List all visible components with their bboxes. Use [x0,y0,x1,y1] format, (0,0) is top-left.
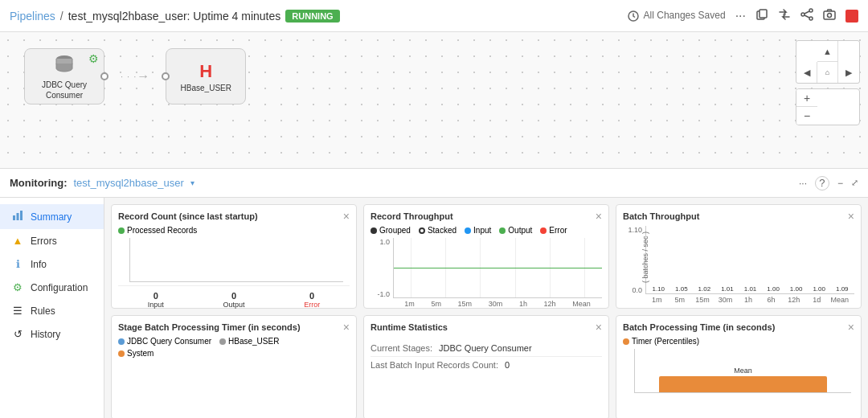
stop-button[interactable] [845,10,858,23]
batch-x-label-6: 12h [783,296,805,304]
monitoring-dropdown-icon[interactable]: ▾ [190,178,194,187]
sidebar-item-info[interactable]: ℹ Info [0,252,104,276]
monitoring-actions: ··· ? − ⤢ [799,176,858,191]
pan-controls: ▲ ◀ ⌂ ▶ [796,40,860,84]
sidebar-item-configuration[interactable]: ⚙ Configuration [0,276,104,299]
batch-bar-col-1: 1.05 [671,285,693,293]
pan-home-button[interactable]: ⌂ [817,62,838,83]
monitoring-minimize-icon[interactable]: − [837,178,843,189]
info-icon: ℹ [11,258,24,270]
batch-x-label-1: 5m [668,296,690,304]
batch-bar-col-7: 1.00 [809,285,830,293]
stage-batch-title: Stage Batch Processing Timer (in seconds… [118,322,350,332]
jdbc-dot [118,338,125,345]
node2-input-port [162,72,170,80]
svg-rect-11 [13,215,15,220]
processed-records-dot [118,227,125,234]
batch-y-axis-label: ( batches / sec ) [641,232,649,283]
stacked-label: Stacked [428,226,457,235]
bar-value-0: 1.10 [652,285,665,293]
sidebar-item-rules[interactable]: ☰ Rules [0,299,104,322]
breadcrumb-separator: / [60,10,63,23]
monitoring-pipeline-link[interactable]: test_mysql2hbase_user [73,177,183,189]
x-5m: 5m [431,300,441,308]
monitoring-help-icon[interactable]: ? [815,176,829,191]
sidebar-item-errors[interactable]: ▲ Errors [0,229,104,252]
pan-up-button[interactable]: ▲ [817,41,838,62]
record-count-legend: Processed Records [118,226,350,235]
bar-value-1: 1.05 [675,285,688,293]
batch-x-label-3: 30m [714,296,736,304]
batch-bar-col-8: 1.09 [832,285,854,293]
pipeline-canvas[interactable]: ⚙ JDBC QueryConsumer · · · → H HBase_USE… [0,32,868,169]
zoom-out-button[interactable]: − [796,107,817,125]
output-legend: Output [499,226,532,235]
y-top-label: 1.0 [379,238,390,246]
monitoring-bar: Monitoring: test_mysql2hbase_user ▾ ··· … [0,169,868,198]
runtime-stats-close[interactable]: × [596,321,602,334]
mean-bar-col: Mean [638,367,848,392]
error-stat: 0 Error [304,291,320,309]
shuffle-icon[interactable] [778,8,791,24]
y-axis-labels: 1.0 -1.0 [371,238,393,298]
timer-dot [623,338,629,345]
stage-batch-legend: JDBC Query Consumer HBase_USER [118,337,350,346]
processed-records-label: Processed Records [127,226,197,235]
jdbc-query-consumer-node[interactable]: ⚙ JDBC QueryConsumer [24,48,104,104]
sidebar-item-summary[interactable]: Summary [0,204,104,229]
saved-text: All Changes Saved [644,10,726,21]
arrow-dots: · · · [121,72,137,81]
monitoring-expand-icon[interactable]: ⤢ [851,178,858,188]
last-batch-value: 0 [505,360,510,370]
summary-icon [11,210,24,223]
batch-bar-col-5: 1.00 [763,285,784,293]
batch-bar-col-6: 1.00 [785,285,807,293]
pan-right-button[interactable]: ▶ [838,62,859,83]
bar-value-3: 1.01 [721,285,734,293]
batch-x-label-7: 1d [805,296,828,304]
batch-processing-bars: Mean [634,349,851,393]
hbase-user-node[interactable]: H HBase_USER [166,48,246,104]
record-throughput-chart: Record Throughput × Grouped Stacked Inpu… [363,204,609,309]
db-icon [53,52,76,80]
share-icon[interactable] [800,8,813,24]
monitoring-label: Monitoring: [10,177,67,189]
stage-batch-legend-2: System [118,349,350,358]
runtime-stats-title: Runtime Statistics [371,322,602,332]
node1-label: JDBC QueryConsumer [42,80,87,100]
record-throughput-title: Record Throughput [371,211,602,221]
camera-icon[interactable] [823,8,836,24]
pan-left-button[interactable]: ◀ [796,62,817,83]
sidebar-item-history[interactable]: ↺ History [0,322,104,346]
hbase-label: HBase_USER [228,337,279,346]
sidebar-item-configuration-label: Configuration [31,282,88,293]
last-batch-row: Last Batch Input Records Count: 0 [371,356,602,373]
stage-batch-close[interactable]: × [343,321,350,334]
monitoring-more-icon[interactable]: ··· [799,178,807,189]
history-icon: ↺ [11,328,24,340]
error-throughput-dot [540,227,547,234]
bar-value-7: 1.00 [813,285,825,293]
copy-icon[interactable] [755,8,768,24]
stacked-legend: Stacked [419,226,457,235]
record-throughput-legend: Grouped Stacked Input Output Error [371,226,602,235]
batch-x-label-8: Mean [829,296,851,304]
configuration-icon: ⚙ [11,281,24,293]
zoom-in-button[interactable]: + [796,89,817,107]
record-throughput-close[interactable]: × [596,210,602,223]
bar-value-6: 1.00 [790,285,803,293]
charts-area: Record Count (since last startup) × Proc… [104,198,868,418]
batch-throughput-close[interactable]: × [848,210,854,223]
error-throughput-label: Error [549,226,567,235]
batch-throughput-chart: Batch Throughput × 1.10 0.0 1.101.051.02… [616,204,862,309]
system-dot [118,350,125,357]
grouped-dot [371,227,377,234]
breadcrumb-pipelines[interactable]: Pipelines [10,10,55,23]
pipeline-nodes: ⚙ JDBC QueryConsumer · · · → H HBase_USE… [24,48,246,104]
record-count-close[interactable]: × [343,210,350,223]
mean-bar-label: Mean [734,367,752,375]
more-icon[interactable]: ··· [735,9,746,23]
jdbc-label: JDBC Query Consumer [127,337,211,346]
error-throughput-legend: Error [540,226,567,235]
batch-processing-time-close[interactable]: × [848,321,854,334]
